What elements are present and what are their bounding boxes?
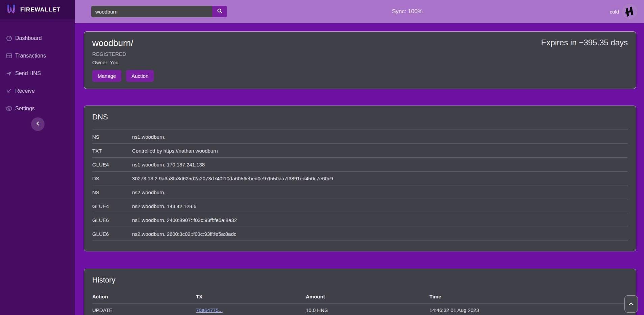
domain-card-left: woodburn/ REGISTERED Owner: You Manage A… bbox=[92, 38, 154, 82]
handshake-logo-icon[interactable] bbox=[622, 4, 637, 19]
history-row: UPDATE 70e64775... 10.0 HNS 14:46:32 01 … bbox=[92, 303, 628, 315]
sidebar-collapse-button[interactable] bbox=[31, 117, 45, 131]
dns-record-value: ns1.woodburn. 170.187.241.138 bbox=[132, 162, 628, 167]
sidebar-nav: Dashboard Transactions Send HNS bbox=[0, 29, 75, 117]
scroll-to-top-button[interactable] bbox=[624, 295, 638, 313]
dns-record-row: TXT Controlled by https://nathan.woodbur… bbox=[92, 144, 628, 158]
history-col-action: Action bbox=[92, 294, 196, 299]
sidebar-header: FIREWALLET bbox=[0, 0, 75, 19]
search-bar bbox=[91, 6, 227, 17]
dns-card-title: DNS bbox=[92, 113, 628, 121]
dns-record-row: GLUE4 ns1.woodburn. 170.187.241.138 bbox=[92, 158, 628, 172]
receive-icon bbox=[6, 88, 12, 94]
dns-record-value: Controlled by https://nathan.woodburn bbox=[132, 148, 628, 154]
dns-record-row: GLUE6 ns2.woodburn. 2600:3c02::f03c:93ff… bbox=[92, 227, 628, 241]
wallet-selector[interactable]: cold bbox=[610, 4, 637, 19]
sidebar-item-label: Transactions bbox=[15, 53, 46, 59]
history-card: History Action TX Amount Time UPDATE 70e… bbox=[84, 269, 636, 315]
dns-record-type: NS bbox=[92, 189, 132, 195]
manage-button[interactable]: Manage bbox=[92, 70, 121, 82]
history-col-amount: Amount bbox=[306, 294, 429, 299]
firewallet-logo-icon bbox=[6, 4, 16, 16]
dns-record-value: ns1.woodburn. 2400:8907::f03c:93ff:fe5a:… bbox=[132, 217, 628, 223]
dns-record-type: TXT bbox=[92, 148, 132, 154]
domain-status: REGISTERED bbox=[92, 51, 154, 57]
history-action: UPDATE bbox=[92, 307, 196, 313]
sidebar-item-send-hns[interactable]: Send HNS bbox=[0, 65, 75, 82]
main-content: woodburn/ REGISTERED Owner: You Manage A… bbox=[75, 23, 644, 315]
sidebar-item-settings[interactable]: Settings bbox=[0, 100, 75, 117]
tx-link[interactable]: 70e64775... bbox=[196, 307, 223, 313]
gear-icon bbox=[6, 106, 12, 112]
dns-record-type: GLUE4 bbox=[92, 162, 132, 167]
search-input[interactable] bbox=[91, 6, 212, 17]
chevron-up-icon bbox=[628, 301, 634, 307]
dns-record-row: NS ns2.woodburn. bbox=[92, 185, 628, 199]
history-card-title: History bbox=[92, 276, 628, 285]
dns-record-value: ns2.woodburn. 2600:3c02::f03c:93ff:fe5a:… bbox=[132, 231, 628, 237]
history-amount: 10.0 HNS bbox=[306, 307, 429, 313]
dns-record-row: GLUE6 ns1.woodburn. 2400:8907::f03c:93ff… bbox=[92, 213, 628, 227]
sidebar: FIREWALLET Dashboard Transactions bbox=[0, 0, 75, 315]
sidebar-item-label: Send HNS bbox=[15, 70, 41, 76]
dns-record-row: NS ns1.woodburn. bbox=[92, 130, 628, 144]
wallet-name: cold bbox=[610, 9, 619, 15]
dns-record-type: DS bbox=[92, 176, 132, 181]
dns-record-value: ns1.woodburn. bbox=[132, 134, 628, 140]
search-button[interactable] bbox=[212, 6, 227, 17]
sidebar-item-label: Receive bbox=[15, 88, 35, 94]
domain-title: woodburn/ bbox=[92, 38, 154, 48]
dns-record-value: ns2.woodburn. 143.42.128.6 bbox=[132, 203, 628, 209]
sync-status: Sync: 100% bbox=[392, 0, 423, 23]
table-icon bbox=[6, 53, 12, 59]
domain-card: woodburn/ REGISTERED Owner: You Manage A… bbox=[84, 31, 636, 89]
chevron-left-icon bbox=[35, 121, 40, 127]
dns-record-type: GLUE4 bbox=[92, 203, 132, 209]
dns-record-type: GLUE6 bbox=[92, 231, 132, 237]
domain-owner: Owner: You bbox=[92, 60, 154, 65]
history-table: Action TX Amount Time UPDATE 70e64775...… bbox=[92, 290, 628, 315]
dns-record-value: ns2.woodburn. bbox=[132, 189, 628, 195]
dns-record-row: GLUE4 ns2.woodburn. 143.42.128.6 bbox=[92, 199, 628, 213]
history-col-tx: TX bbox=[196, 294, 306, 299]
dns-record-type: NS bbox=[92, 134, 132, 140]
search-icon bbox=[217, 8, 223, 15]
sidebar-item-transactions[interactable]: Transactions bbox=[0, 47, 75, 65]
domain-actions: Manage Auction bbox=[92, 70, 154, 82]
sidebar-item-receive[interactable]: Receive bbox=[0, 82, 75, 100]
history-col-time: Time bbox=[429, 294, 628, 299]
dns-table: NS ns1.woodburn. TXT Controlled by https… bbox=[92, 130, 628, 241]
brand-name: FIREWALLET bbox=[20, 6, 60, 13]
sidebar-item-label: Settings bbox=[15, 106, 35, 112]
dashboard-icon bbox=[6, 35, 12, 41]
sidebar-item-label: Dashboard bbox=[15, 35, 42, 41]
dns-record-value: 30273 13 2 9a3a8fb3d625d2a2073d740f10da6… bbox=[132, 176, 628, 181]
dns-record-type: GLUE6 bbox=[92, 217, 132, 223]
auction-button[interactable]: Auction bbox=[126, 70, 154, 82]
expires-label: Expires in ~395.35 days bbox=[541, 38, 628, 82]
history-header-row: Action TX Amount Time bbox=[92, 290, 628, 303]
history-time: 14:46:32 01 Aug 2023 bbox=[429, 307, 628, 313]
sidebar-item-dashboard[interactable]: Dashboard bbox=[0, 29, 75, 47]
dns-card: DNS NS ns1.woodburn. TXT Controlled by h… bbox=[84, 106, 636, 251]
dns-record-row: DS 30273 13 2 9a3a8fb3d625d2a2073d740f10… bbox=[92, 172, 628, 185]
topbar: Sync: 100% cold bbox=[75, 0, 644, 23]
send-icon bbox=[6, 70, 12, 76]
